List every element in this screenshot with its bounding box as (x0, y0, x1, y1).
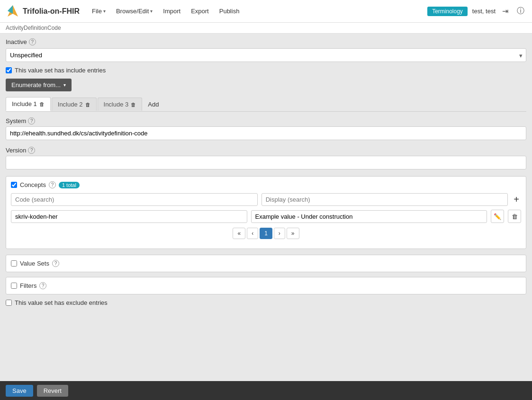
tab-include-3[interactable]: Include 3 🗑 (98, 98, 143, 111)
inactive-help-icon[interactable]: ? (29, 38, 36, 45)
concept-code-input[interactable] (11, 210, 247, 223)
filters-header[interactable]: Filters ? (11, 282, 521, 289)
pagination-first-button[interactable]: « (233, 228, 245, 239)
main-wrapper: Inactive ? Unspecified ▾ This value set … (0, 34, 532, 392)
include-entries-checkbox-row: This value set has include entries (6, 67, 526, 74)
tab-include-2[interactable]: Include 2 🗑 (52, 98, 97, 111)
inactive-section: Inactive ? Unspecified ▾ (6, 38, 526, 62)
filters-help-icon[interactable]: ? (39, 282, 46, 289)
inactive-label: Inactive ? (6, 38, 36, 45)
pagination-current-button[interactable]: 1 (260, 228, 272, 239)
concept-edit-button[interactable]: ✏️ (491, 210, 504, 223)
pagination-prev-button[interactable]: ‹ (247, 228, 258, 239)
app-brand[interactable]: Trifolia-on-FHIR (6, 4, 80, 18)
filters-section: Filters ? (6, 277, 526, 294)
code-search-input[interactable] (11, 193, 258, 206)
enumerate-from-button[interactable]: Enumerate from... ▾ (6, 79, 72, 91)
concept-row: ✏️ 🗑 (11, 210, 521, 223)
browse-edit-dropdown-arrow-icon: ▾ (150, 9, 153, 14)
concepts-section: Concepts ? 1 total + ✏️ 🗑 « ‹ 1 (6, 176, 526, 249)
concepts-total-badge: 1 total (59, 182, 80, 188)
concepts-checkbox[interactable] (11, 182, 17, 188)
concept-delete-button[interactable]: 🗑 (508, 210, 521, 223)
add-concept-button[interactable]: + (512, 194, 521, 205)
nav-browse-edit[interactable]: Browse/Edit ▾ (111, 5, 157, 18)
version-input[interactable] (6, 156, 526, 169)
save-button[interactable]: Save (6, 385, 33, 392)
pagination-next-button[interactable]: › (274, 228, 285, 239)
trifolia-logo-icon (6, 4, 20, 18)
system-help-icon[interactable]: ? (28, 117, 35, 124)
pagination-last-button[interactable]: » (287, 228, 299, 239)
logout-icon[interactable]: ⇥ (500, 5, 510, 18)
exclude-entries-row: This value set has exclude entries (6, 299, 526, 306)
tab-include-2-delete-icon[interactable]: 🗑 (85, 102, 90, 107)
info-icon[interactable]: ⓘ (515, 4, 526, 18)
nav-file[interactable]: File ▾ (87, 5, 110, 18)
inactive-select-wrapper: Unspecified ▾ (6, 48, 526, 62)
value-sets-help-icon[interactable]: ? (52, 260, 59, 267)
concepts-header: Concepts ? 1 total (11, 181, 521, 188)
include-tabs: Include 1 🗑 Include 2 🗑 Include 3 🗑 Add (6, 97, 526, 112)
filters-checkbox[interactable] (11, 283, 17, 289)
system-label: System ? (6, 117, 526, 124)
inactive-select[interactable]: Unspecified (6, 48, 526, 62)
inactive-label-row: Inactive ? (6, 38, 526, 45)
include-entries-checkbox[interactable] (6, 67, 12, 73)
system-field-section: System ? (6, 117, 526, 140)
exclude-entries-checkbox[interactable] (6, 300, 12, 306)
enumerate-dropdown-arrow-icon: ▾ (63, 82, 66, 88)
app-title: Trifolia-on-FHIR (23, 7, 80, 16)
display-search-input[interactable] (261, 193, 508, 206)
exclude-entries-label: This value set has exclude entries (15, 299, 108, 306)
concept-display-input[interactable] (251, 210, 487, 223)
user-name: test, test (472, 8, 496, 15)
navbar: Trifolia-on-FHIR File ▾ Browse/Edit ▾ Im… (0, 0, 532, 23)
breadcrumb: ActivityDefinitionCode (0, 23, 532, 34)
version-label: Version ? (6, 147, 526, 154)
nav-menu: File ▾ Browse/Edit ▾ Import Export Publi… (87, 5, 427, 18)
filters-label: Filters (20, 282, 36, 289)
tab-add-button[interactable]: Add (143, 98, 163, 111)
nav-publish[interactable]: Publish (215, 5, 244, 18)
version-field-section: Version ? (6, 147, 526, 169)
system-input[interactable] (6, 126, 526, 140)
nav-export[interactable]: Export (186, 5, 214, 18)
tab-include-3-delete-icon[interactable]: 🗑 (131, 102, 136, 107)
concepts-help-icon[interactable]: ? (49, 181, 56, 188)
value-sets-checkbox[interactable] (11, 260, 17, 267)
main-content: Inactive ? Unspecified ▾ This value set … (0, 34, 532, 392)
value-sets-label: Value Sets (20, 260, 49, 267)
tab-include-1-delete-icon[interactable]: 🗑 (39, 101, 45, 107)
revert-button[interactable]: Revert (37, 385, 68, 392)
nav-right: Terminology test, test ⇥ ⓘ (427, 4, 526, 18)
version-help-icon[interactable]: ? (28, 147, 35, 154)
tab-include-1[interactable]: Include 1 🗑 (6, 97, 51, 111)
include-entries-label: This value set has include entries (15, 67, 106, 74)
nav-import[interactable]: Import (158, 5, 185, 18)
value-sets-header[interactable]: Value Sets ? (11, 260, 521, 267)
pagination: « ‹ 1 › » (11, 228, 521, 239)
terminology-badge: Terminology (427, 7, 468, 16)
file-dropdown-arrow-icon: ▾ (103, 9, 106, 14)
concepts-label: Concepts (20, 181, 46, 188)
bottom-bar: Save Revert (0, 381, 532, 392)
concepts-search-row: + (11, 193, 521, 206)
value-sets-section: Value Sets ? (6, 255, 526, 272)
